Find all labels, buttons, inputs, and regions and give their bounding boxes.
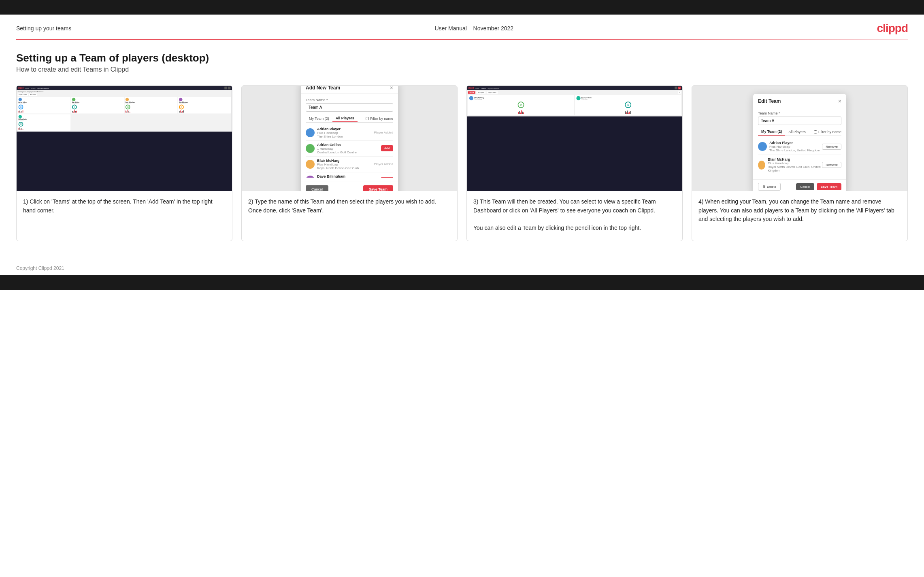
clippd-logo: clippd bbox=[877, 22, 908, 35]
dash-logo: clippd bbox=[18, 87, 23, 89]
dash-logo-3: clippd bbox=[468, 87, 474, 89]
modal-footer: Cancel Save Team bbox=[301, 182, 398, 191]
dash-breadcrumb-1: Showing 5 out of 5 players from All Play… bbox=[18, 91, 231, 93]
player-list: Adrian Player Plus Handicap The Shire Lo… bbox=[306, 125, 393, 178]
player-card: Blair McHarg Plus Handicap 0 bbox=[71, 97, 124, 114]
header-center-text: User Manual – November 2022 bbox=[435, 25, 514, 32]
player-club-2: Royal North Devon Golf Club bbox=[317, 166, 359, 170]
player-name: Adrian Coliba bbox=[317, 143, 357, 147]
player-club-2: The Shire London bbox=[317, 135, 343, 138]
edit-modal-close-icon[interactable]: × bbox=[838, 98, 841, 104]
edit-save-team-button[interactable]: Save Team bbox=[817, 183, 841, 190]
edit-cancel-button[interactable]: Cancel bbox=[796, 183, 814, 190]
player-name: Adrian Player bbox=[317, 127, 343, 131]
edit-player-row: Blair McHarg Plus Handicap Royal North D… bbox=[758, 155, 841, 175]
player-item: Adrian Coliba 1 Handicap Central London … bbox=[306, 141, 393, 157]
card-2: Add New Team × Team Name * My Team (2) A… bbox=[241, 85, 458, 241]
copyright-text: Copyright Clippd 2021 bbox=[16, 265, 64, 271]
card-1-text: 1) Click on 'Teams' at the top of the sc… bbox=[17, 191, 232, 223]
filter-by-name[interactable]: Filter by name bbox=[366, 117, 393, 121]
player-avatar bbox=[306, 128, 315, 137]
player-club: 1 Handicap bbox=[317, 147, 357, 151]
screenshot-2: Add New Team × Team Name * My Team (2) A… bbox=[242, 86, 457, 191]
page-title: Setting up a Team of players (desktop) bbox=[16, 52, 908, 64]
dash-nav: Home Teams My Performance bbox=[25, 87, 50, 89]
card-4-text: 4) When editing your Team, you can chang… bbox=[692, 191, 907, 232]
cancel-button[interactable]: Cancel bbox=[306, 185, 328, 191]
player-card: Dave Billingham 1 Handicap 94 bbox=[125, 97, 177, 114]
player-club-2: Central London Golf Centre bbox=[317, 151, 357, 154]
edit-team-name-label: Team Name * bbox=[758, 111, 841, 115]
add-player-button[interactable]: Add bbox=[381, 145, 393, 151]
remove-player-button[interactable]: Remove bbox=[822, 144, 841, 150]
page-subtitle: How to create and edit Teams in Clippd bbox=[16, 66, 908, 73]
tab-all-players[interactable]: All Players bbox=[332, 115, 358, 122]
save-team-button[interactable]: Save Team bbox=[363, 185, 393, 191]
filter-by-name-edit[interactable]: Filter by name bbox=[814, 130, 841, 134]
player-card: Richard Butler 5 Handicap 72 bbox=[18, 114, 70, 131]
player-avatar bbox=[758, 161, 765, 170]
card-4: Edit Team × Team Name * My Team (2) All … bbox=[692, 85, 908, 241]
team-name-input[interactable] bbox=[306, 103, 393, 112]
player-club: Plus Handicap bbox=[317, 163, 359, 166]
player-item: Dave Billingham 1.5 Handicap The Ding Ma… bbox=[306, 172, 393, 178]
player-name: Dave Billingham bbox=[317, 174, 356, 178]
dash-nav-3: Home Teams My Performance bbox=[475, 87, 500, 89]
player-club: The Shire London, United Kingdom bbox=[769, 148, 820, 152]
header-left-text: Setting up your teams bbox=[16, 25, 71, 32]
modal-tabs: My Team (2) All Players Filter by name bbox=[306, 115, 393, 123]
add-player-button[interactable]: Add bbox=[381, 177, 393, 178]
player-card: Adrian Collins Plus Handicap 84 bbox=[18, 97, 70, 114]
player-handicap: Plus Handicap bbox=[769, 145, 820, 148]
page-footer: Copyright Clippd 2021 bbox=[0, 261, 924, 275]
player-avatar bbox=[306, 160, 315, 169]
cards-row: clippd Home Teams My Performance Showing… bbox=[16, 85, 908, 241]
tab-my-team-edit[interactable]: My Team (2) bbox=[758, 128, 785, 136]
player-item: Adrian Player Plus Handicap The Shire Lo… bbox=[306, 125, 393, 141]
edit-modal-header: Edit Team × bbox=[753, 94, 846, 107]
player-name: Blair McHarg bbox=[317, 159, 359, 163]
edit-player-row: Adrian Player Plus Handicap The Shire Lo… bbox=[758, 138, 841, 155]
edit-modal-title: Edit Team bbox=[758, 98, 781, 104]
page-content: Setting up a Team of players (desktop) H… bbox=[0, 40, 924, 261]
player-item: Blair McHarg Plus Handicap Royal North D… bbox=[306, 157, 393, 172]
modal-title: Add New Team bbox=[306, 86, 340, 91]
card-2-text: 2) Type the name of this Team and then s… bbox=[242, 191, 457, 223]
dash-content-3: Team A All Players Player Details ✏ bbox=[467, 90, 682, 117]
card-3-text: 3) This Team will then be created. You c… bbox=[467, 191, 682, 241]
edit-team-modal: Edit Team × Team Name * My Team (2) All … bbox=[753, 94, 846, 191]
dash-content-1: Showing 5 out of 5 players from All Play… bbox=[17, 90, 232, 132]
modal-header: Add New Team × bbox=[301, 86, 398, 94]
edit-footer-actions: Cancel Save Team bbox=[796, 183, 841, 190]
tab-all-players-edit[interactable]: All Players bbox=[785, 129, 809, 135]
modal-close-icon[interactable]: × bbox=[390, 86, 393, 91]
edit-team-name-input[interactable] bbox=[758, 117, 841, 125]
top-bar bbox=[0, 0, 924, 15]
card-1: clippd Home Teams My Performance Showing… bbox=[16, 85, 232, 241]
edit-modal-body: Team Name * My Team (2) All Players Filt… bbox=[753, 107, 846, 179]
card-3: clippd Home Teams My Performance + bbox=[466, 85, 683, 241]
player-name: Adrian Player bbox=[769, 141, 820, 145]
player-added-status: Player Added bbox=[374, 162, 393, 166]
bottom-bar bbox=[0, 275, 924, 290]
player-avatar bbox=[306, 144, 315, 153]
player-card: Dave Billingham Plus Handicap 78 bbox=[178, 97, 231, 114]
player-handicap: Plus Handicap bbox=[768, 161, 822, 165]
trash-icon: 🗑 bbox=[762, 185, 766, 189]
player-avatar bbox=[758, 142, 767, 151]
player-name: Blair McHarg bbox=[768, 157, 822, 161]
player-club: Royal North Devon Golf Club, United King… bbox=[768, 165, 822, 172]
modal-body: Team Name * My Team (2) All Players Filt… bbox=[301, 94, 398, 182]
delete-team-button[interactable]: 🗑 Delete bbox=[758, 183, 781, 191]
header: Setting up your teams User Manual – Nove… bbox=[0, 15, 924, 39]
screenshot-1: clippd Home Teams My Performance Showing… bbox=[17, 86, 232, 191]
team-name-label: Team Name * bbox=[306, 98, 393, 102]
screenshot-4: Edit Team × Team Name * My Team (2) All … bbox=[692, 86, 907, 191]
player-added-status: Player Added bbox=[374, 131, 393, 134]
screenshot-3: clippd Home Teams My Performance + bbox=[467, 86, 682, 191]
player-avatar bbox=[306, 176, 315, 178]
add-new-team-modal: Add New Team × Team Name * My Team (2) A… bbox=[301, 86, 398, 191]
remove-player-button-2[interactable]: Remove bbox=[822, 162, 841, 168]
tab-my-team[interactable]: My Team (2) bbox=[306, 115, 332, 122]
edit-modal-tabs: My Team (2) All Players Filter by name bbox=[758, 128, 841, 136]
